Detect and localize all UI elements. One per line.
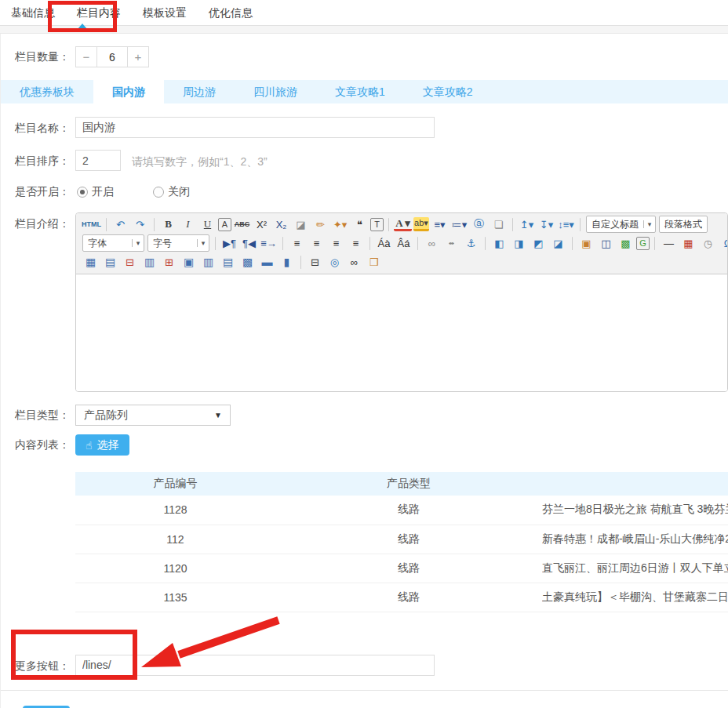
font-size-dropdown[interactable]: 字号 ▾ xyxy=(147,234,209,252)
find-replace-icon[interactable]: ∞ xyxy=(345,254,363,270)
magic-wand-icon[interactable]: ✦▾ xyxy=(331,216,349,233)
unlink-icon[interactable]: ∞ xyxy=(442,235,460,252)
line-spacing-icon[interactable]: ↕≡▾ xyxy=(557,216,575,233)
font-style-icon[interactable]: A xyxy=(218,218,231,231)
font-color-icon[interactable]: A ▾ xyxy=(394,217,412,231)
subtab-coupon[interactable]: 优惠券板块 xyxy=(1,80,93,103)
column-count-stepper: − 6 + xyxy=(75,46,149,67)
link-icon[interactable]: ∞ xyxy=(423,235,441,252)
bold-icon[interactable]: B xyxy=(159,216,177,233)
align-center-icon[interactable]: ≡ xyxy=(308,235,326,252)
more-button-url-input[interactable] xyxy=(75,655,435,676)
table-col-insert-icon[interactable]: ▥ xyxy=(140,254,158,270)
media-icon[interactable]: ◫ xyxy=(597,235,615,252)
column-order-input[interactable] xyxy=(75,150,121,171)
underline-icon[interactable]: U xyxy=(198,216,217,233)
active-tab-indicator xyxy=(78,24,87,29)
table-row-insert-above-icon[interactable]: ▤ xyxy=(101,254,119,270)
html-source-icon[interactable]: HTML xyxy=(82,216,101,233)
align-justify-icon[interactable]: ≡ xyxy=(347,235,365,252)
image-align-bottom-icon[interactable]: ◪ xyxy=(549,235,567,252)
subtab-sichuan[interactable]: 四川旅游 xyxy=(235,80,316,103)
chevron-down-icon: ▼ xyxy=(214,411,222,419)
print-icon[interactable]: ⊟ xyxy=(306,254,324,270)
calendar-icon[interactable]: ▦ xyxy=(679,235,697,252)
subtab-domestic[interactable]: 国内游 xyxy=(93,80,164,103)
tab-template-settings[interactable]: 模板设置 xyxy=(138,0,191,26)
tab-seo-info[interactable]: 优化信息 xyxy=(204,0,257,26)
stepper-plus-button[interactable]: + xyxy=(127,46,149,67)
separator xyxy=(300,256,301,269)
indent-icon[interactable]: ≡→ xyxy=(260,235,278,252)
clock-icon[interactable]: ◷ xyxy=(699,235,717,252)
anchor-icon[interactable]: ⚓ xyxy=(462,235,480,252)
column-name-input[interactable] xyxy=(75,117,435,138)
table-col-insert-right-icon[interactable]: ▥ xyxy=(199,254,217,270)
stepper-minus-button[interactable]: − xyxy=(75,46,97,67)
table-row-insert-below-icon[interactable]: ▤ xyxy=(219,254,237,270)
products-table: 产品编号 产品类型 1128 线路 芬兰一地8日极光之旅 荷航直飞 3晚芬兰最北… xyxy=(75,472,728,612)
paste-icon[interactable]: ❒ xyxy=(365,254,383,270)
align-right-icon[interactable]: ≡ xyxy=(327,235,345,252)
paragraph-format-dropdown[interactable]: 段落格式 xyxy=(659,216,708,233)
custom-title-dropdown[interactable]: 自定义标题 ▾ xyxy=(586,216,656,233)
table-row-delete-icon[interactable]: ⊟ xyxy=(121,254,139,270)
table-split-cols-icon[interactable]: ▮ xyxy=(278,254,296,270)
content-list-label: 内容列表： xyxy=(1,438,70,452)
editor-content-area[interactable] xyxy=(76,274,727,391)
image-icon[interactable]: ▣ xyxy=(577,235,595,252)
subtab-around[interactable]: 周边游 xyxy=(164,80,235,103)
indent-ltr-icon[interactable]: ▶¶ xyxy=(220,235,238,252)
subscript-icon[interactable]: X₂ xyxy=(272,216,290,233)
new-page-icon[interactable]: ❏ xyxy=(490,216,508,233)
ordered-list-icon[interactable]: ≡▾ xyxy=(431,216,449,233)
redo-icon[interactable]: ↷ xyxy=(131,216,149,233)
subtab-article2[interactable]: 文章攻略2 xyxy=(404,80,492,103)
anchor-name-icon[interactable]: ⓐ xyxy=(470,216,488,233)
subtab-article1[interactable]: 文章攻略1 xyxy=(316,80,404,103)
indent-rtl-icon[interactable]: ¶◀ xyxy=(240,235,258,252)
image-map-icon[interactable]: ▩ xyxy=(617,235,635,252)
align-left-icon[interactable]: ≡ xyxy=(288,235,306,252)
table-cell-props-icon[interactable]: ▣ xyxy=(180,254,198,270)
unordered-list-icon[interactable]: ≔▾ xyxy=(450,216,468,233)
enable-on-radio[interactable] xyxy=(77,187,88,198)
eraser-icon[interactable]: ◪ xyxy=(292,216,310,233)
margin-bottom-icon[interactable]: ↧▾ xyxy=(537,216,555,233)
horizontal-rule-icon[interactable]: — xyxy=(660,235,678,252)
strikethrough-icon[interactable]: ABC xyxy=(233,216,251,233)
image-align-right-icon[interactable]: ◨ xyxy=(510,235,528,252)
special-char-icon[interactable]: Ω xyxy=(719,235,727,252)
highlight-icon[interactable]: ab▾ xyxy=(413,217,429,231)
image-align-top-icon[interactable]: ◩ xyxy=(530,235,548,252)
select-products-button[interactable]: ☝ 选择 xyxy=(75,434,129,456)
tab-column-content[interactable]: 栏目内容 xyxy=(72,0,126,26)
superscript-icon[interactable]: X² xyxy=(253,216,271,233)
column-order-hint: 请填写数字，例如“1、2、3” xyxy=(132,150,268,169)
to-uppercase-icon[interactable]: Áà xyxy=(375,235,393,252)
chevron-down-icon: ▾ xyxy=(132,239,144,247)
column-subtabs: 优惠券板块 国内游 周边游 四川旅游 文章攻略1 文章攻略2 xyxy=(1,80,728,103)
save-button[interactable]: 保存 xyxy=(23,706,70,708)
font-family-dropdown[interactable]: 字体 ▾ xyxy=(82,234,144,252)
google-map-icon[interactable]: G xyxy=(636,237,650,250)
italic-icon[interactable]: I xyxy=(179,216,197,233)
preview-icon[interactable]: ◎ xyxy=(326,254,344,270)
format-brush-icon[interactable]: ✏ xyxy=(311,216,329,233)
enable-off-radio[interactable] xyxy=(153,187,164,198)
table-row: 1128 线路 芬兰一地8日极光之旅 荷航直飞 3晚芬兰最北度假 xyxy=(75,496,728,525)
image-align-left-icon[interactable]: ◧ xyxy=(490,235,508,252)
insert-table-icon[interactable]: ▦ xyxy=(82,254,100,270)
separator xyxy=(580,218,581,231)
undo-icon[interactable]: ↶ xyxy=(111,216,129,233)
separator xyxy=(572,237,573,250)
table-split-rows-icon[interactable]: ▬ xyxy=(258,254,276,270)
margin-top-icon[interactable]: ↥▾ xyxy=(518,216,536,233)
table-merge-cells-icon[interactable]: ▩ xyxy=(238,254,257,270)
paste-as-text-icon[interactable]: T xyxy=(370,218,384,231)
tab-basic-info[interactable]: 基础信息 xyxy=(6,0,60,26)
blockquote-icon[interactable]: ❝ xyxy=(351,216,369,233)
to-lowercase-icon[interactable]: Âá xyxy=(395,235,413,252)
table-col-delete-icon[interactable]: ⊞ xyxy=(160,254,178,270)
column-type-select[interactable]: 产品陈列 ▼ xyxy=(75,405,231,426)
